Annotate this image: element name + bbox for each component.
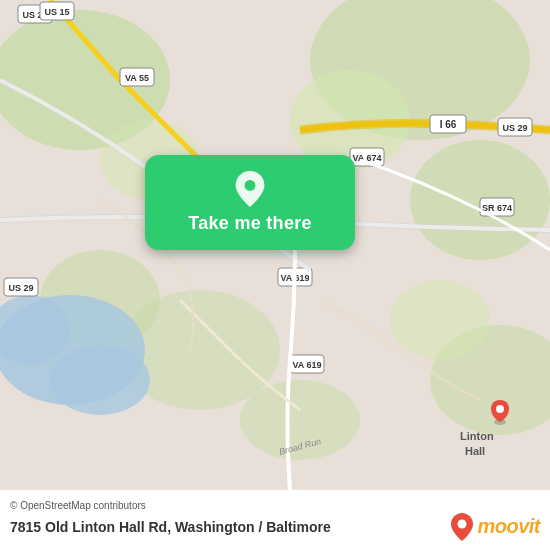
svg-text:US 29: US 29: [8, 283, 33, 293]
svg-text:SR 674: SR 674: [482, 203, 512, 213]
moovit-logo: moovit: [451, 513, 540, 541]
moovit-label: moovit: [477, 515, 540, 538]
footer-bar: © OpenStreetMap contributors 7815 Old Li…: [0, 490, 550, 550]
take-me-there-button[interactable]: Take me there: [145, 155, 355, 250]
address-bar: 7815 Old Linton Hall Rd, Washington / Ba…: [10, 513, 540, 541]
svg-text:Hall: Hall: [465, 445, 485, 457]
map-container: I 66 US 29 US 29 US 15 VA 55 US 29 SR 67…: [0, 0, 550, 490]
svg-point-40: [458, 519, 467, 528]
svg-text:Linton: Linton: [460, 430, 494, 442]
svg-text:US 29: US 29: [502, 123, 527, 133]
address-label: 7815 Old Linton Hall Rd, Washington / Ba…: [10, 519, 331, 535]
svg-text:VA 55: VA 55: [125, 73, 149, 83]
moovit-pin-icon: [451, 513, 473, 541]
svg-point-8: [390, 280, 490, 360]
copyright-text: © OpenStreetMap contributors: [10, 500, 540, 511]
openstreetmap-credit: © OpenStreetMap contributors: [10, 500, 146, 511]
svg-text:US 15: US 15: [44, 7, 69, 17]
svg-point-38: [496, 405, 504, 413]
svg-point-39: [245, 180, 256, 191]
svg-point-13: [50, 345, 150, 415]
location-pin-icon: [232, 171, 268, 207]
take-me-there-label: Take me there: [188, 213, 312, 234]
svg-text:I 66: I 66: [440, 119, 457, 130]
svg-text:VA 619: VA 619: [292, 360, 321, 370]
